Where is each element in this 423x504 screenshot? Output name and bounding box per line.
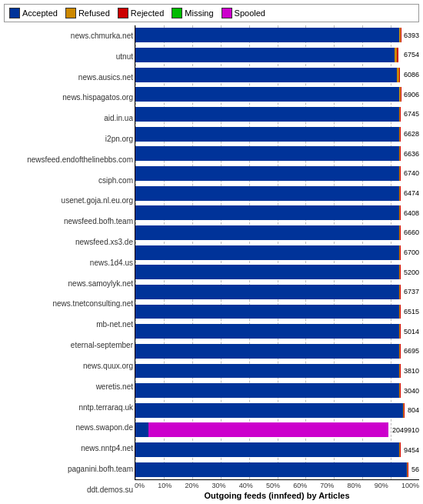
- bar-segment-seg-accepted-6: [135, 146, 399, 161]
- legend-item-missing: Missing: [172, 8, 213, 18]
- bar-segment-seg-accepted-21: [135, 442, 399, 457]
- bar-row-0: 6393: [135, 25, 419, 45]
- bar-row-6: 6636: [135, 144, 419, 164]
- bar-segments-22: [135, 462, 410, 477]
- bar-segment-seg-accepted-13: [135, 285, 399, 299]
- bar-value-label-9: 6408: [404, 209, 419, 217]
- bar-segments-6: [135, 146, 402, 161]
- bar-value-label-8: 6474: [404, 189, 419, 197]
- bar-row-16: 6695: [135, 342, 419, 362]
- x-tick-10: 100%: [401, 482, 419, 489]
- bar-segments-5: [135, 127, 402, 142]
- bar-row-15: 5014: [135, 322, 419, 342]
- bar-segment-seg-accepted-15: [135, 324, 399, 339]
- bar-row-10: 6660: [135, 223, 419, 243]
- accepted-legend-label: Accepted: [22, 8, 58, 18]
- bar-segments-15: [135, 324, 402, 339]
- x-tick-6: 60%: [293, 482, 307, 489]
- bar-segments-19: [135, 403, 406, 418]
- bars-and-x: 6393675460866906674566286636674064746408…: [135, 25, 419, 500]
- missing-legend-box: [172, 8, 182, 18]
- legend-item-spooled: Spooled: [221, 8, 265, 18]
- bars-area: 6393675460866906674566286636674064746408…: [135, 25, 419, 480]
- bar-segments-13: [135, 285, 402, 299]
- y-label-7: csiph.com: [4, 175, 133, 185]
- bar-segment-seg-accepted-3: [135, 87, 399, 102]
- bar-segment-seg-accepted-0: [135, 28, 399, 42]
- refused-legend-label: Refused: [78, 8, 110, 18]
- bar-row-9: 6408: [135, 203, 419, 223]
- bar-segment-seg-accepted-20: [135, 422, 148, 437]
- bar-segment-seg-rejected-1: [397, 48, 398, 62]
- bar-segment-seg-accepted-22: [135, 462, 407, 477]
- missing-legend-label: Missing: [185, 8, 213, 18]
- y-label-16: news.quux.org: [4, 361, 133, 371]
- x-tick-2: 20%: [185, 482, 198, 489]
- y-label-11: news.1d4.us: [4, 258, 133, 268]
- y-label-4: aid.in.ua: [4, 113, 133, 123]
- bars-rows: 6393675460866906674566286636674064746408…: [135, 25, 419, 479]
- bar-segment-seg-rejected-2: [399, 68, 400, 82]
- bar-value-label-14: 6515: [404, 308, 419, 315]
- bar-row-17: 3810: [135, 361, 419, 381]
- bar-segments-7: [135, 166, 402, 181]
- bar-segments-9: [135, 205, 402, 220]
- x-tick-9: 90%: [375, 482, 388, 489]
- bar-segments-14: [135, 305, 402, 319]
- bar-segment-seg-accepted-14: [135, 305, 399, 319]
- bar-segment-seg-accepted-4: [135, 107, 399, 122]
- bar-segments-18: [135, 383, 402, 398]
- bar-value-label-13: 6737: [404, 288, 419, 295]
- bar-segments-16: [135, 344, 402, 359]
- y-label-22: ddt.demos.su: [4, 485, 133, 495]
- x-tick-8: 80%: [348, 482, 361, 489]
- chart-area: news.chmurka.netutnutnews.ausics.netnews…: [4, 25, 419, 500]
- x-tick-5: 50%: [266, 482, 280, 489]
- y-label-12: news.samoylyk.net: [4, 279, 133, 289]
- bar-row-14: 6515: [135, 302, 419, 322]
- x-axis: 0%10%20%30%40%50%60%70%80%90%100%: [135, 480, 419, 489]
- y-label-17: weretis.net: [4, 382, 133, 392]
- bar-value-label-7: 6740: [404, 169, 419, 177]
- bar-value-label-10: 6660: [404, 229, 419, 236]
- bar-value-label-1: 6754: [404, 51, 419, 58]
- y-label-3: news.hispagatos.org: [4, 92, 133, 102]
- bar-value-label-5: 6628: [404, 130, 419, 138]
- rejected-legend-box: [118, 8, 128, 18]
- chart-container: AcceptedRefusedRejectedMissingSpooled ne…: [0, 0, 423, 504]
- bar-segments-21: [135, 442, 402, 457]
- bar-segment-seg-accepted-10: [135, 225, 399, 240]
- bar-row-3: 6906: [135, 85, 419, 105]
- bar-segments-10: [135, 225, 402, 240]
- bar-value-label-18: 3040: [404, 387, 419, 395]
- bar-segment-seg-accepted-1: [135, 48, 395, 62]
- x-title: Outgoing feeds (innfeed) by Articles: [135, 489, 419, 500]
- accepted-legend-box: [9, 8, 20, 18]
- y-label-2: news.ausics.net: [4, 72, 133, 82]
- bar-value-label-0: 6393: [404, 32, 419, 39]
- bar-value-label-17: 3810: [404, 367, 419, 375]
- legend-item-accepted: Accepted: [9, 8, 58, 18]
- bar-segment-seg-accepted-16: [135, 344, 399, 359]
- y-label-18: nntp.terraraq.uk: [4, 402, 133, 412]
- bar-segments-8: [135, 186, 402, 201]
- bar-row-19: 804: [135, 400, 419, 420]
- x-tick-1: 10%: [158, 482, 172, 489]
- bar-row-11: 6700: [135, 242, 419, 262]
- x-tick-3: 30%: [212, 482, 226, 489]
- y-label-8: usenet.goja.nl.eu.org: [4, 195, 133, 205]
- bar-segments-17: [135, 364, 402, 379]
- bar-value-label-4: 6745: [404, 110, 419, 118]
- x-tick-7: 70%: [320, 482, 334, 489]
- y-label-13: news.tnetconsulting.net: [4, 299, 133, 309]
- bar-segments-3: [135, 87, 402, 102]
- bar-segment-seg-accepted-17: [135, 364, 399, 379]
- spooled-legend-label: Spooled: [235, 8, 265, 18]
- bar-segments-1: [135, 48, 402, 62]
- bar-segment-seg-accepted-9: [135, 205, 399, 220]
- bar-value-label-11: 6700: [404, 249, 419, 256]
- bar-segments-0: [135, 28, 402, 42]
- y-labels: news.chmurka.netutnutnews.ausics.netnews…: [4, 25, 135, 500]
- y-label-9: newsfeed.bofh.team: [4, 216, 133, 226]
- bar-value-label-6: 6636: [404, 150, 419, 158]
